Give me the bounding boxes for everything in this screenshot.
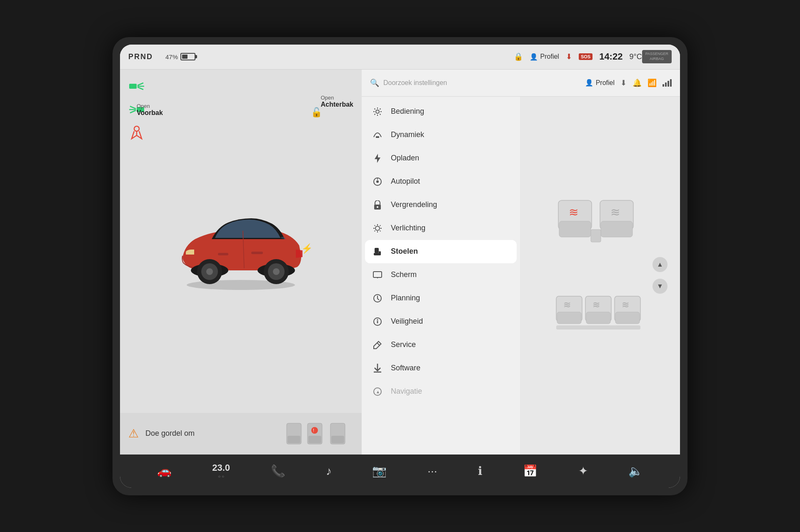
svg-text:≋: ≋	[592, 300, 600, 310]
svg-point-15	[206, 268, 213, 275]
car-illustration: ⚡	[170, 191, 312, 291]
settings-item-software[interactable]: Software	[362, 357, 520, 380]
taskbar-calendar-icon: 📅	[523, 464, 538, 478]
battery-fill	[182, 55, 188, 59]
settings-item-service[interactable]: Service	[362, 333, 520, 357]
svg-rect-66	[559, 221, 591, 237]
taskbar-car-button[interactable]: 🚗	[157, 464, 172, 478]
scroll-up-arrow[interactable]: ▲	[652, 257, 668, 272]
taskbar-apps-button[interactable]: ✦	[578, 464, 588, 478]
svg-point-31	[376, 110, 379, 113]
scroll-down-arrow[interactable]: ▼	[652, 279, 668, 294]
settings-panel: 🔍 Doorzoek instellingen 👤 Profiel ⬇ 🔔 📶	[362, 70, 680, 455]
prnd-display: PRND	[128, 52, 153, 61]
unlock-icon: 🔓	[311, 107, 322, 118]
rear-seats: ≋ ≋ ≋	[556, 296, 640, 324]
svg-rect-73	[557, 312, 581, 324]
service-label: Service	[391, 340, 416, 349]
bell-icon[interactable]: 🔔	[632, 78, 642, 87]
signal-bar-3	[668, 81, 669, 87]
svg-point-27	[311, 427, 318, 434]
svg-text:▲: ▲	[376, 390, 380, 394]
header-right-icons: 👤 Profiel ⬇ 🔔 📶	[585, 78, 672, 87]
bediening-label: Bediening	[391, 107, 424, 116]
svg-rect-30	[331, 436, 344, 443]
svg-rect-51	[373, 272, 382, 277]
svg-text:≋: ≋	[622, 300, 629, 310]
search-icon: 🔍	[370, 78, 379, 87]
temp-display: 9°C	[629, 52, 642, 61]
taskbar-phone-button[interactable]: 📞	[271, 464, 285, 478]
battery-info: 47%	[165, 53, 195, 60]
achterbak-open-text: Open	[321, 95, 353, 101]
signal-bar-4	[670, 79, 672, 87]
verlichting-label: Verlichting	[391, 224, 425, 232]
search-placeholder-text: Doorzoek instellingen	[383, 79, 447, 87]
warning-text: Doe gordel om	[145, 429, 195, 438]
settings-item-bediening[interactable]: Bediening	[362, 100, 520, 123]
battery-icon	[180, 53, 195, 60]
svg-rect-81	[556, 325, 640, 330]
vergrendeling-icon	[372, 199, 383, 211]
stoelen-label: Stoelen	[391, 247, 418, 256]
settings-item-scherm[interactable]: Scherm	[362, 263, 520, 287]
taskbar-calendar-button[interactable]: 📅	[523, 464, 538, 478]
taskbar-volume-button[interactable]: 🔈	[628, 464, 643, 478]
settings-item-dynamiek[interactable]: Dynamiek	[362, 123, 520, 147]
taskbar-camera-button[interactable]: 📷	[372, 464, 387, 478]
settings-item-navigatie[interactable]: ▲ Navigatie	[362, 380, 520, 403]
svg-rect-20	[251, 252, 263, 254]
taskbar-temp-sub: ○ ○	[218, 474, 224, 479]
status-icons: 🔒 👤 Profiel ⬇ SOS 14:22 9°C	[514, 51, 642, 62]
svg-rect-71	[591, 230, 601, 242]
bediening-icon	[372, 106, 383, 117]
svg-rect-26	[308, 436, 321, 443]
svg-text:≋: ≋	[569, 206, 578, 219]
download-icon-top[interactable]: ⬇	[566, 52, 572, 61]
software-icon	[372, 362, 383, 374]
scherm-label: Scherm	[391, 270, 417, 279]
settings-item-autopilot[interactable]: Autopilot	[362, 170, 520, 193]
svg-rect-50	[379, 251, 381, 255]
svg-line-47	[375, 230, 375, 231]
profile-top-button[interactable]: 👤 Profiel	[530, 53, 559, 61]
profile-person-icon: 👤	[530, 53, 538, 61]
seat-heating-diagram: ≋ ≋	[554, 196, 646, 355]
svg-rect-48	[375, 248, 379, 253]
taskbar-music-button[interactable]: ♪	[326, 465, 332, 478]
settings-item-veiligheid[interactable]: Veiligheid	[362, 310, 520, 333]
settings-item-opladen[interactable]: Opladen	[362, 147, 520, 170]
settings-header: 🔍 Doorzoek instellingen 👤 Profiel ⬇ 🔔 📶	[362, 70, 680, 97]
bluetooth-icon[interactable]: 📶	[648, 78, 657, 87]
svg-line-45	[380, 230, 380, 231]
settings-item-stoelen[interactable]: Stoelen	[365, 240, 517, 263]
voorbak-label: Open Voorbak	[137, 103, 163, 117]
vergrendeling-label: Vergrendeling	[391, 200, 437, 209]
dynamiek-icon	[372, 129, 383, 141]
seat-diagram-small: !	[282, 417, 353, 450]
settings-item-planning[interactable]: Planning	[362, 287, 520, 310]
lock-icon[interactable]: 🔒	[514, 52, 523, 61]
settings-item-vergrendeling[interactable]: Vergrendeling	[362, 193, 520, 217]
scroll-arrows: ▲ ▼	[652, 257, 668, 294]
download-header-icon[interactable]: ⬇	[620, 78, 627, 87]
svg-line-46	[380, 225, 380, 226]
taskbar-info-button[interactable]: ℹ	[478, 464, 482, 478]
search-bar[interactable]: 🔍 Doorzoek instellingen	[370, 78, 577, 87]
dynamiek-label: Dynamiek	[391, 130, 424, 139]
svg-rect-76	[586, 312, 610, 324]
svg-line-44	[375, 225, 375, 226]
svg-text:≋: ≋	[610, 206, 620, 219]
profile-right-label: Profiel	[596, 79, 615, 87]
sos-badge[interactable]: SOS	[579, 53, 592, 60]
settings-item-verlichting[interactable]: Verlichting	[362, 217, 520, 240]
stoelen-icon	[372, 246, 383, 257]
taskbar-more-button[interactable]: ···	[428, 465, 437, 478]
autopilot-label: Autopilot	[391, 177, 420, 186]
settings-content: Bediening Dynamiek Oplad	[362, 97, 680, 455]
voorbak-text: Voorbak	[137, 109, 163, 116]
achterbak-label: Open Achterbak	[321, 95, 353, 108]
taskbar-camera-icon: 📷	[372, 464, 387, 478]
screen-outer: PRND 47% 🔒 👤 Profiel ⬇ SOS 14:22 9°C PAS…	[112, 37, 688, 495]
profile-right-button[interactable]: 👤 Profiel	[585, 79, 615, 87]
